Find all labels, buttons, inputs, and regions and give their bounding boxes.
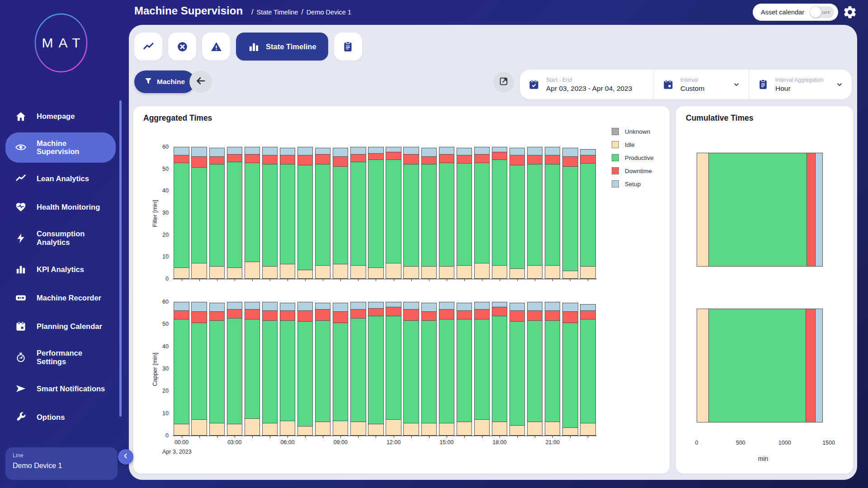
bar-segment-downtime bbox=[545, 311, 560, 321]
bar-segment-productive bbox=[545, 321, 560, 422]
bar-segment-productive bbox=[562, 167, 578, 271]
filter-field-interval[interactable]: IntervalCustom bbox=[654, 70, 749, 99]
cumulative-x-tick-label: 1000 bbox=[778, 440, 791, 446]
bar-segment-productive bbox=[315, 164, 330, 266]
bar-segment-setup bbox=[262, 147, 278, 155]
stacked-bar-15:00 bbox=[439, 147, 454, 279]
settings-button[interactable] bbox=[843, 5, 858, 20]
asset-calendar-switch[interactable]: OFF bbox=[810, 6, 834, 18]
breadcrumb-segment[interactable]: State Timeline bbox=[257, 9, 298, 16]
legend-item-setup[interactable]: Setup bbox=[612, 180, 654, 188]
filter-settings-bar: Start - EndApr 03, 2023 - Apr 04, 2023In… bbox=[520, 70, 852, 99]
bar-segment-downtime bbox=[580, 155, 595, 163]
device-panel[interactable]: Line Demo Device 1 bbox=[5, 447, 118, 480]
bar-segment-downtime bbox=[209, 312, 225, 321]
header: Machine Supervision /State Timeline/Demo… bbox=[134, 5, 351, 17]
back-button[interactable] bbox=[189, 70, 212, 93]
bar-segment-productive bbox=[368, 316, 383, 424]
sidebar-collapse-button[interactable] bbox=[118, 449, 133, 465]
export-button[interactable] bbox=[493, 72, 514, 93]
bar-segment-idle bbox=[527, 422, 542, 436]
sidebar-item-machine-supervision[interactable]: Machine Supervision bbox=[5, 132, 116, 163]
bar-segment-downtime bbox=[245, 310, 260, 319]
legend-item-productive[interactable]: Productive bbox=[612, 154, 654, 161]
bar-segment-productive bbox=[474, 319, 490, 420]
stacked-bar-09:00 bbox=[333, 148, 348, 279]
stacked-bar-11:00 bbox=[368, 147, 383, 279]
filter-field-start-end[interactable]: Start - EndApr 03, 2023 - Apr 04, 2023 bbox=[520, 70, 654, 99]
tab-errors[interactable] bbox=[168, 33, 196, 61]
stacked-bar-02:00 bbox=[209, 148, 225, 279]
asset-calendar-toggle-pill[interactable]: Asset calendar OFF bbox=[753, 4, 838, 21]
tab-state-timeline[interactable]: State Timeline bbox=[236, 33, 328, 61]
bar-segment-setup bbox=[492, 302, 507, 307]
bar-segment-productive bbox=[509, 322, 525, 425]
tab-trend[interactable] bbox=[134, 33, 162, 61]
sidebar-item-machine-recorder[interactable]: Machine Recorder bbox=[0, 285, 116, 310]
bar-segment-downtime bbox=[421, 312, 437, 321]
trend-icon bbox=[142, 41, 155, 53]
bar-segment-downtime bbox=[209, 157, 225, 164]
bar-segment-idle bbox=[457, 266, 472, 279]
bar-segment-productive bbox=[315, 321, 330, 422]
bar-segment-downtime bbox=[280, 311, 295, 321]
bar-segment-downtime bbox=[492, 307, 507, 316]
bar-segment-idle bbox=[191, 420, 207, 436]
x-tick bbox=[199, 436, 200, 438]
bar-segment-downtime bbox=[527, 155, 542, 164]
sidebar-item-homepage[interactable]: Homepage bbox=[0, 104, 116, 129]
sidebar-item-planning-calendar[interactable]: Planning Calendar bbox=[0, 314, 116, 339]
bar-segment-setup bbox=[457, 303, 472, 310]
stacked-bar-18:00 bbox=[492, 302, 507, 436]
sidebar-item-consumption-analytics[interactable]: Consumption Analytics bbox=[0, 223, 116, 253]
tab-warnings[interactable] bbox=[202, 33, 230, 61]
sidebar-item-health-monitoring[interactable]: Health Monitoring bbox=[0, 194, 116, 220]
sidebar-item-options[interactable]: Options bbox=[0, 404, 116, 430]
bar-segment-idle bbox=[368, 424, 383, 436]
bar-segment-downtime bbox=[174, 155, 189, 163]
filler-cumulative-bar bbox=[697, 153, 830, 267]
bar-segment-productive bbox=[580, 164, 595, 267]
sidebar-item-lean-analytics[interactable]: Lean Analytics bbox=[0, 166, 116, 191]
bar-segment-idle bbox=[333, 264, 348, 279]
sidebar-item-kpi-analytics[interactable]: KPI Analytics bbox=[0, 257, 116, 282]
stacked-bar-21:00 bbox=[545, 302, 560, 436]
x-tick bbox=[535, 436, 535, 438]
gear-icon bbox=[843, 13, 857, 21]
stacked-bar-09:00 bbox=[333, 303, 348, 436]
sidebar-scrollbar[interactable] bbox=[119, 100, 122, 417]
x-tick bbox=[340, 436, 341, 438]
legend-item-downtime[interactable]: Downtime bbox=[612, 167, 654, 174]
tab-report[interactable] bbox=[334, 33, 362, 61]
bar-segment-setup bbox=[245, 302, 260, 310]
bar-segment-downtime bbox=[421, 157, 437, 164]
y-tick-label: 20 bbox=[162, 232, 173, 238]
breadcrumb-segment[interactable]: Demo Device 1 bbox=[307, 9, 351, 16]
legend-swatch bbox=[612, 154, 619, 161]
bar-segment-idle bbox=[315, 266, 330, 279]
stacked-bar-01:00 bbox=[191, 302, 207, 436]
x-tick bbox=[588, 436, 588, 438]
bar-segment-productive bbox=[439, 163, 454, 267]
bar-segment-productive bbox=[209, 164, 225, 267]
clipboard-icon bbox=[342, 41, 354, 53]
x-tick bbox=[482, 436, 482, 438]
bar-segment-productive bbox=[333, 167, 348, 265]
legend-item-unknown[interactable]: Unknown bbox=[612, 128, 654, 135]
y-tick-label: 30 bbox=[162, 366, 173, 372]
filter-field-interval-aggregation[interactable]: Interval AggregationHour bbox=[749, 70, 852, 99]
x-tick bbox=[411, 279, 412, 281]
bar-segment-idle bbox=[545, 266, 560, 279]
sidebar-item-performance-settings[interactable]: Performance Settings bbox=[0, 342, 116, 373]
x-tick bbox=[447, 279, 447, 281]
sidebar-item-smart-notifications[interactable]: Smart Notifications bbox=[0, 376, 116, 401]
bar-segment-setup bbox=[580, 149, 595, 156]
y-tick-label: 40 bbox=[162, 343, 173, 350]
machine-filter-button[interactable]: Machine bbox=[134, 70, 195, 93]
chevron-down-icon bbox=[835, 80, 844, 89]
bar-chart-icon bbox=[248, 41, 260, 53]
filter-field-label: Start - End bbox=[546, 77, 632, 83]
legend-item-idle[interactable]: Idle bbox=[612, 141, 654, 148]
bar-segment-idle bbox=[333, 421, 348, 436]
bar-segment-productive bbox=[386, 316, 401, 420]
